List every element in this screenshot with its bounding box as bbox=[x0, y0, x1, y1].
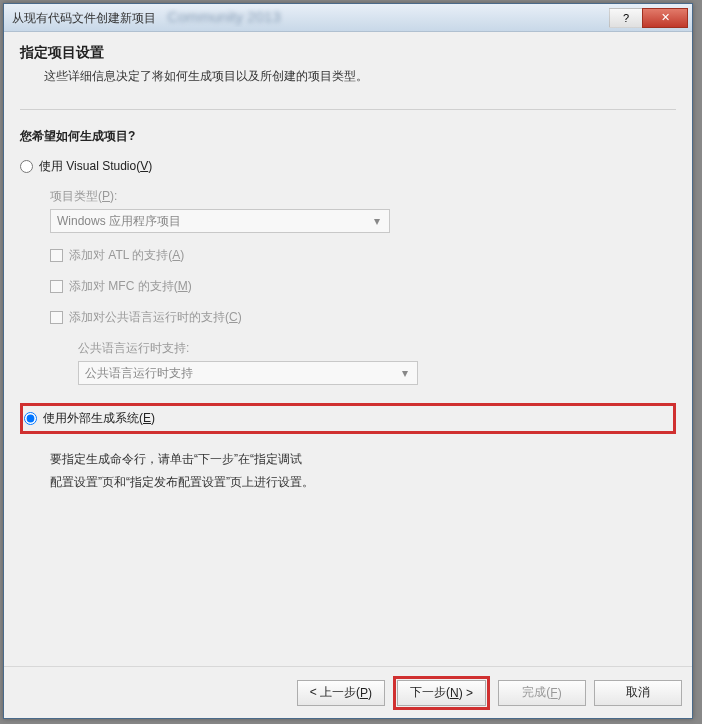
question-label: 您希望如何生成项目? bbox=[20, 128, 676, 145]
titlebar: 从现有代码文件创建新项目 Community 2013 ? ✕ bbox=[4, 4, 692, 32]
titlebar-blur-text: Community 2013 bbox=[167, 8, 280, 25]
external-info-text: 要指定生成命令行，请单击“下一步”在“指定调试 配置设置”页和“指定发布配置设置… bbox=[50, 448, 676, 494]
radio-external-input[interactable] bbox=[24, 412, 37, 425]
radio-vs-input[interactable] bbox=[20, 160, 33, 173]
button-bar: < 上一步(P) 下一步(N) > 完成(F) 取消 bbox=[4, 666, 692, 718]
radio-external-label: 使用外部生成系统(E) bbox=[43, 410, 155, 427]
dialog-window: 从现有代码文件创建新项目 Community 2013 ? ✕ 指定项目设置 这… bbox=[3, 3, 693, 719]
clr-sub-label: 公共语言运行时支持: bbox=[78, 340, 676, 357]
chevron-down-icon: ▾ bbox=[369, 213, 385, 229]
highlight-next-button: 下一步(N) > bbox=[393, 676, 490, 710]
checkbox-clr: 添加对公共语言运行时的支持(C) bbox=[50, 309, 676, 326]
radio-use-visual-studio[interactable]: 使用 Visual Studio(V) bbox=[20, 155, 676, 178]
dialog-content: 指定项目设置 这些详细信息决定了将如何生成项目以及所创建的项目类型。 您希望如何… bbox=[4, 32, 692, 666]
chevron-down-icon: ▾ bbox=[397, 365, 413, 381]
checkbox-mfc-box[interactable] bbox=[50, 280, 63, 293]
help-button[interactable]: ? bbox=[609, 8, 643, 28]
page-title: 指定项目设置 bbox=[20, 44, 676, 62]
checkbox-atl-box[interactable] bbox=[50, 249, 63, 262]
clr-combobox[interactable]: 公共语言运行时支持 ▾ bbox=[78, 361, 418, 385]
checkbox-atl: 添加对 ATL 的支持(A) bbox=[50, 247, 676, 264]
prev-button[interactable]: < 上一步(P) bbox=[297, 680, 385, 706]
project-type-value: Windows 应用程序项目 bbox=[57, 213, 181, 230]
window-title: 从现有代码文件创建新项目 Community 2013 bbox=[12, 8, 610, 27]
checkbox-clr-label: 添加对公共语言运行时的支持(C) bbox=[69, 309, 242, 326]
project-type-combobox[interactable]: Windows 应用程序项目 ▾ bbox=[50, 209, 390, 233]
checkbox-mfc: 添加对 MFC 的支持(M) bbox=[50, 278, 676, 295]
radio-use-external[interactable]: 使用外部生成系统(E) bbox=[24, 407, 653, 430]
clr-combobox-value: 公共语言运行时支持 bbox=[85, 365, 193, 382]
page-description: 这些详细信息决定了将如何生成项目以及所创建的项目类型。 bbox=[44, 68, 676, 85]
clr-nested: 公共语言运行时支持: 公共语言运行时支持 ▾ bbox=[78, 340, 676, 385]
close-button[interactable]: ✕ bbox=[642, 8, 688, 28]
highlight-external-option: 使用外部生成系统(E) bbox=[20, 403, 676, 434]
vs-sub-block: 项目类型(P): Windows 应用程序项目 ▾ 添加对 ATL 的支持(A)… bbox=[50, 178, 676, 385]
radio-vs-label: 使用 Visual Studio(V) bbox=[39, 158, 152, 175]
checkbox-mfc-label: 添加对 MFC 的支持(M) bbox=[69, 278, 192, 295]
finish-button[interactable]: 完成(F) bbox=[498, 680, 586, 706]
cancel-button[interactable]: 取消 bbox=[594, 680, 682, 706]
project-type-label: 项目类型(P): bbox=[50, 188, 676, 205]
next-button[interactable]: 下一步(N) > bbox=[397, 680, 486, 706]
help-icon: ? bbox=[623, 12, 629, 24]
divider bbox=[20, 109, 676, 110]
close-icon: ✕ bbox=[661, 11, 670, 24]
checkbox-clr-box[interactable] bbox=[50, 311, 63, 324]
checkbox-atl-label: 添加对 ATL 的支持(A) bbox=[69, 247, 184, 264]
